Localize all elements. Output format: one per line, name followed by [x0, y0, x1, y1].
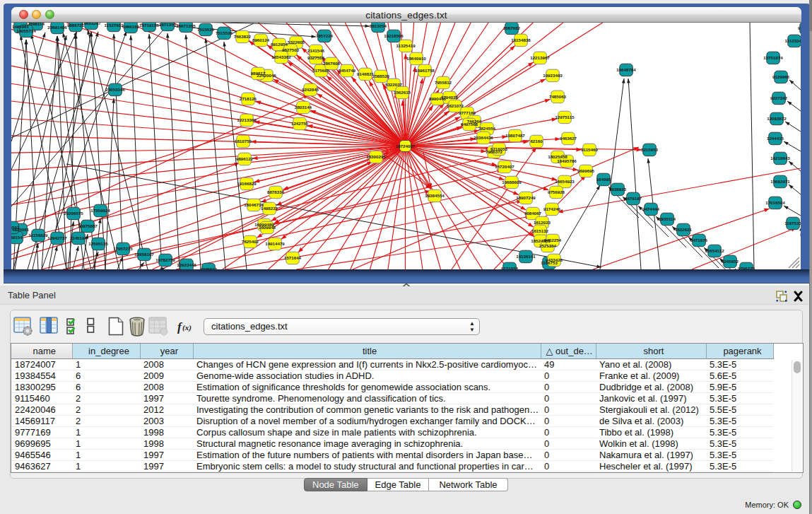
svg-text:10807487: 10807487 [505, 133, 525, 138]
svg-text:164095: 164095 [596, 177, 611, 182]
svg-text:8471676: 8471676 [690, 238, 708, 243]
svg-text:2087682: 2087682 [503, 25, 521, 30]
svg-text:6497568: 6497568 [461, 122, 478, 127]
svg-text:6466160: 6466160 [122, 24, 140, 29]
svg-text:9896122: 9896122 [236, 156, 254, 161]
svg-text:19166829: 19166829 [237, 181, 257, 186]
svg-text:7632621: 7632621 [675, 227, 693, 232]
svg-text:8878334: 8878334 [267, 189, 285, 194]
svg-text:9131058: 9131058 [501, 266, 519, 269]
svg-text:14055714: 14055714 [16, 28, 36, 33]
svg-text:5175685: 5175685 [312, 68, 330, 73]
svg-text:1609948: 1609948 [259, 225, 276, 230]
svg-text:9474444: 9474444 [642, 206, 660, 211]
svg-text:12505135: 12505135 [88, 241, 108, 246]
svg-text:3824554: 3824554 [478, 126, 496, 131]
svg-text:7955812: 7955812 [435, 80, 452, 85]
svg-text:11156829: 11156829 [29, 233, 48, 238]
svg-text:5322037: 5322037 [385, 82, 403, 87]
svg-text:18300295: 18300295 [366, 154, 386, 159]
svg-text:1145194: 1145194 [70, 235, 87, 240]
svg-text:10719155: 10719155 [139, 23, 159, 28]
svg-text:9146821: 9146821 [357, 71, 375, 76]
svg-text:11325419: 11325419 [396, 43, 416, 48]
svg-text:989617: 989617 [251, 71, 266, 76]
svg-text:14136141: 14136141 [516, 254, 536, 259]
svg-text:62160: 62160 [530, 139, 543, 144]
svg-text:2935114: 2935114 [659, 216, 676, 221]
svg-text:16210643: 16210643 [770, 156, 790, 160]
svg-text:1571644: 1571644 [284, 255, 302, 260]
svg-text:10961758: 10961758 [415, 68, 435, 73]
svg-text:14914479: 14914479 [265, 241, 285, 246]
svg-text:9327508: 9327508 [307, 55, 325, 60]
svg-text:1562615: 1562615 [394, 90, 411, 95]
svg-text:23691406: 23691406 [47, 25, 67, 30]
svg-text:12093872: 12093872 [767, 116, 787, 121]
svg-text:12923448: 12923448 [177, 262, 196, 267]
svg-text:10923493: 10923493 [543, 73, 563, 78]
svg-text:9463627: 9463627 [560, 136, 577, 141]
svg-text:9084067: 9084067 [524, 211, 542, 216]
svg-text:23053346: 23053346 [105, 87, 125, 92]
svg-text:9245652: 9245652 [722, 259, 739, 264]
svg-text:15720407: 15720407 [495, 164, 514, 169]
svg-text:16782759: 16782759 [155, 257, 175, 262]
svg-text:9245012: 9245012 [200, 267, 218, 269]
svg-text:918503: 918503 [11, 225, 20, 230]
svg-text:11123344: 11123344 [785, 38, 801, 43]
svg-text:7857224: 7857224 [316, 33, 334, 38]
svg-text:2718126: 2718126 [240, 96, 257, 101]
svg-text:8215953: 8215953 [641, 147, 659, 152]
svg-text:16671355: 16671355 [176, 23, 196, 28]
svg-text:1498222: 1498222 [261, 206, 278, 211]
svg-text:12975115: 12975115 [555, 115, 575, 119]
svg-text:16543382: 16543382 [271, 54, 291, 59]
svg-text:20364436: 20364436 [473, 135, 493, 140]
svg-text:2098114: 2098114 [28, 23, 45, 26]
svg-text:12942737: 12942737 [47, 235, 67, 240]
svg-text:8454749: 8454749 [339, 68, 356, 73]
svg-text:2588520: 2588520 [372, 74, 390, 78]
svg-text:20206575: 20206575 [64, 211, 83, 216]
svg-text:9827503: 9827503 [282, 47, 300, 52]
svg-text:10688609: 10688609 [502, 180, 522, 185]
svg-text:2803144: 2803144 [295, 105, 312, 110]
svg-text:15751074: 15751074 [763, 55, 783, 60]
svg-text:10653287: 10653287 [81, 23, 101, 25]
svg-text:7625402: 7625402 [242, 239, 259, 244]
svg-text:1671355: 1671355 [159, 23, 177, 27]
svg-text:12213369: 12213369 [237, 117, 257, 122]
svg-text:10958107: 10958107 [134, 252, 154, 257]
svg-text:16654923: 16654923 [555, 179, 575, 184]
svg-text:8912954: 8912954 [271, 42, 288, 47]
svg-text:18907249: 18907249 [516, 195, 536, 200]
svg-text:9433426: 9433426 [546, 257, 563, 262]
svg-text:15692971: 15692971 [770, 179, 790, 184]
svg-text:8813054: 8813054 [370, 23, 387, 28]
svg-text:17957275: 17957275 [113, 246, 133, 251]
svg-text:9756928: 9756928 [548, 189, 565, 194]
svg-text:17359924: 17359924 [90, 208, 110, 213]
svg-text:1612023: 1612023 [534, 220, 551, 225]
svg-text:(x): (x) [182, 323, 192, 332]
svg-text:8960124: 8960124 [252, 37, 270, 42]
svg-text:2867608: 2867608 [323, 61, 341, 66]
svg-text:9242845: 9242845 [302, 87, 319, 92]
svg-text:6216053: 6216053 [490, 146, 508, 151]
svg-text:1810755: 1810755 [235, 139, 252, 144]
svg-text:10654112: 10654112 [705, 248, 724, 253]
svg-text:1167533: 1167533 [784, 221, 801, 226]
svg-text:1244415: 1244415 [767, 136, 784, 141]
svg-text:6794028: 6794028 [441, 95, 459, 100]
svg-text:2521354: 2521354 [539, 243, 557, 248]
svg-text:1621072: 1621072 [447, 103, 464, 108]
svg-text:7485063: 7485063 [549, 94, 567, 99]
svg-text:12213967: 12213967 [530, 55, 550, 60]
svg-text:9129912: 9129912 [798, 25, 801, 30]
svg-text:18724007: 18724007 [396, 144, 416, 148]
svg-text:1242755: 1242755 [291, 121, 309, 126]
svg-text:11527602: 11527602 [104, 23, 124, 28]
svg-text:16648784: 16648784 [616, 67, 636, 72]
svg-text:6479197: 6479197 [625, 196, 642, 201]
